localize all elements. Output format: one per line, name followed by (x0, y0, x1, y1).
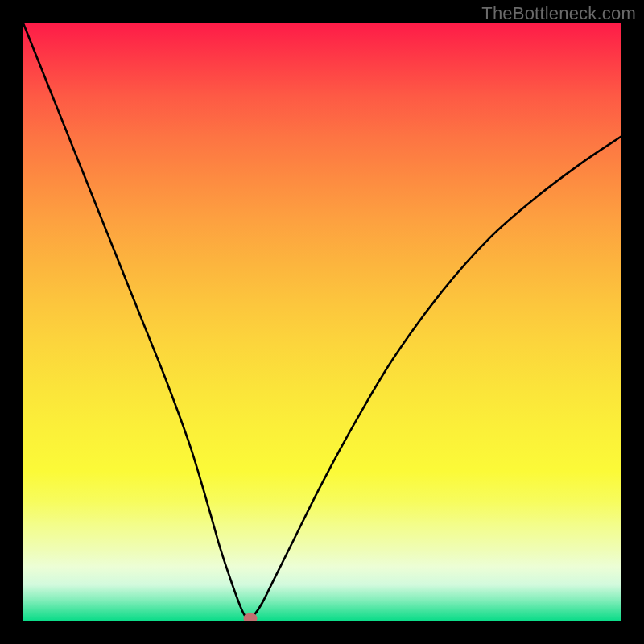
curve-svg (23, 23, 621, 621)
chart-container: TheBottleneck.com (0, 0, 644, 644)
plot-area (23, 23, 621, 621)
optimal-marker (243, 613, 257, 621)
bottleneck-curve (23, 23, 621, 619)
watermark-text: TheBottleneck.com (481, 3, 636, 24)
